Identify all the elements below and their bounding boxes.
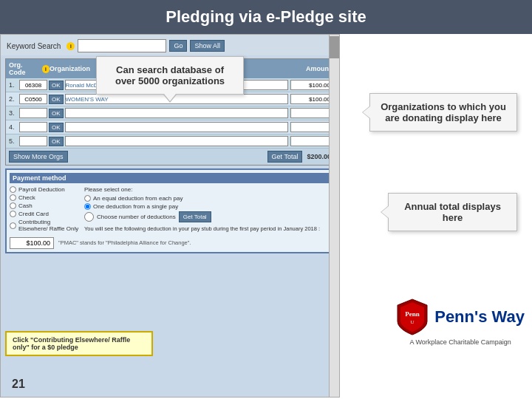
- table-row: 3. OK: [6, 106, 334, 120]
- row-num: 5.: [9, 137, 19, 145]
- payment-option-check: Check: [10, 194, 80, 201]
- payment-radio-check[interactable]: [10, 194, 16, 201]
- org-code-input[interactable]: [19, 122, 47, 132]
- orgs-arrow: [363, 106, 370, 118]
- org-code-input[interactable]: [19, 94, 47, 104]
- payment-option-payroll: Payroll Deduction: [10, 186, 80, 193]
- table-row: 4. OK: [6, 120, 334, 134]
- deduction-radio-single[interactable]: [84, 203, 91, 210]
- callout-search: Can search database of over 5000 organiz…: [96, 56, 244, 95]
- table-row: 5. OK: [6, 134, 334, 149]
- payment-option-credit: Credit Card: [10, 211, 80, 217]
- table-footer: Show More Orgs Get Total $200.00: [6, 149, 334, 165]
- penns-way-logo: Penn U Penn's Way: [396, 298, 525, 336]
- header-info-icon[interactable]: i: [42, 65, 50, 73]
- org-name-input[interactable]: [65, 122, 288, 132]
- org-amount-input[interactable]: [290, 80, 331, 90]
- callout-arrow: [164, 94, 176, 101]
- annual-arrow: [381, 206, 389, 218]
- penns-way-subtitle: A Workplace Charitable Campaign: [409, 338, 511, 346]
- show-more-button[interactable]: Show More Orgs: [9, 151, 68, 163]
- deduction-option-equal: An equal deduction from each pay: [84, 195, 330, 202]
- go-button[interactable]: Go: [169, 40, 187, 52]
- payment-deduction-area: Please select one: An equal deduction fr…: [84, 186, 330, 234]
- payment-radio-credit[interactable]: [10, 211, 16, 217]
- search-input[interactable]: [78, 39, 166, 52]
- get-total-button-2[interactable]: Get Total: [179, 211, 211, 222]
- row-ok-button[interactable]: OK: [49, 81, 64, 90]
- payment-option-contributing: Contributing Elsewhere/ Raffle Only: [10, 219, 80, 232]
- header-amount: Amount: [287, 65, 331, 72]
- search-label: Keyword Search: [7, 42, 61, 50]
- payment-option-cash: Cash: [10, 202, 80, 209]
- deduction-option-choose-row: Choose number of deductions Get Total: [84, 211, 330, 222]
- callout-annual: Annual total displays here: [388, 193, 517, 231]
- payment-radio-contributing[interactable]: [10, 222, 16, 229]
- row-ok-button[interactable]: OK: [49, 137, 64, 146]
- svg-text:Penn: Penn: [405, 310, 420, 318]
- penns-way-logo-area: Penn U Penn's Way A Workplace Charitable…: [396, 298, 525, 346]
- header-org-code: Org. Code i: [9, 61, 50, 76]
- row-num: 1.: [9, 81, 19, 89]
- penn-shield-icon: Penn U: [396, 298, 429, 336]
- payment-note: You will see the following deduction in …: [84, 225, 330, 233]
- org-amount-input[interactable]: [290, 94, 331, 104]
- deduction-radio-equal[interactable]: [84, 195, 91, 202]
- svg-text:U: U: [411, 319, 415, 325]
- contributing-note: Click "Contributing Elsewhere/ Raffle on…: [5, 331, 153, 356]
- row-num: 4.: [9, 123, 19, 131]
- scrollbar-thumb[interactable]: [330, 36, 339, 58]
- payment-options-list: Payroll Deduction Check Cash Credit Card: [10, 186, 80, 234]
- org-amount-input[interactable]: [290, 122, 331, 132]
- payment-bottom-row: "PMAC" stands for "Philadelphia Alliance…: [10, 237, 330, 249]
- right-panel: Organizations to which you are donating …: [340, 34, 532, 398]
- payment-content: Payroll Deduction Check Cash Credit Card: [10, 186, 330, 234]
- row-ok-button[interactable]: OK: [49, 95, 64, 104]
- row-ok-button[interactable]: OK: [49, 109, 64, 118]
- search-row: Keyword Search i Go Show All: [1, 35, 339, 55]
- total-amount: $200.00: [307, 153, 331, 160]
- page-title: Pledging via e-Pledge site: [0, 0, 532, 34]
- org-amount-input[interactable]: [290, 108, 331, 118]
- row-num: 2.: [9, 95, 19, 103]
- row-num: 3.: [9, 109, 19, 117]
- deduction-radio-choose[interactable]: [84, 212, 94, 222]
- org-name-input[interactable]: [65, 108, 288, 118]
- org-amount-input[interactable]: [290, 136, 331, 146]
- callout-orgs: Organizations to which you are donating …: [369, 93, 517, 132]
- payment-section: Payment method Payroll Deduction Check C…: [5, 168, 335, 253]
- org-code-input[interactable]: [19, 108, 47, 118]
- payment-title: Payment method: [10, 173, 330, 183]
- show-all-button[interactable]: Show All: [190, 40, 225, 52]
- org-code-input[interactable]: [19, 80, 47, 90]
- org-name-input[interactable]: [65, 136, 288, 146]
- scrollbar[interactable]: [329, 35, 339, 397]
- payment-radio-cash[interactable]: [10, 202, 16, 209]
- deduction-options-list: An equal deduction from each pay One ded…: [84, 195, 330, 222]
- penns-way-text: Penn's Way: [434, 309, 525, 325]
- get-total-button[interactable]: Get Total: [267, 151, 303, 163]
- page-number: 21: [12, 378, 25, 391]
- deduction-option-single: One deduction from a single pay: [84, 203, 330, 210]
- select-label: Please select one:: [84, 186, 330, 193]
- payment-radio-payroll[interactable]: [10, 186, 16, 193]
- pmac-note: "PMAC" stands for "Philadelphia Alliance…: [58, 239, 330, 246]
- org-code-input[interactable]: [19, 136, 47, 146]
- payment-amount-input[interactable]: [10, 237, 54, 249]
- row-ok-button[interactable]: OK: [49, 123, 64, 132]
- search-info-icon[interactable]: i: [66, 42, 75, 50]
